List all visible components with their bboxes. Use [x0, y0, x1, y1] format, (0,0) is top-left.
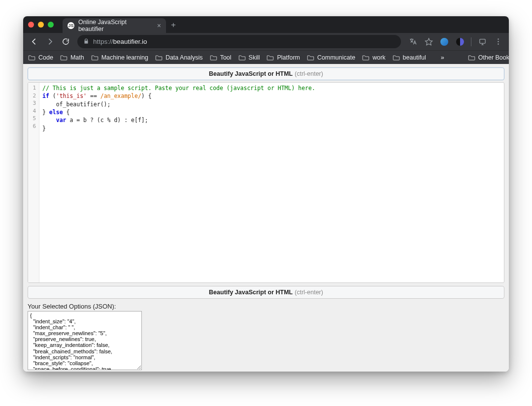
back-button[interactable]: [27, 35, 41, 49]
bookmark-folder[interactable]: work: [362, 54, 385, 61]
bookmark-folder[interactable]: Tool: [210, 54, 232, 61]
page-content: Beautify JavaScript or HTML (ctrl-enter)…: [23, 64, 509, 372]
tab-title: Online JavaScript beautifier: [78, 19, 153, 32]
new-tab-button[interactable]: +: [171, 21, 176, 29]
folder-icon: [307, 55, 314, 60]
bookmark-folder[interactable]: beautiful: [393, 54, 426, 61]
folder-icon: [155, 55, 163, 60]
folder-icon: [266, 55, 274, 60]
bookmark-folder[interactable]: Data Analysis: [155, 54, 203, 61]
options-label: Your Selected Options (JSON):: [28, 303, 504, 310]
reload-button[interactable]: [59, 35, 72, 49]
window-minimize-button[interactable]: [38, 22, 44, 28]
beautify-button-bottom[interactable]: Beautify JavaScript or HTML (ctrl-enter): [28, 286, 504, 299]
browser-tab[interactable]: JS Online JavaScript beautifier ×: [63, 18, 166, 33]
folder-icon: [362, 55, 369, 60]
tab-bar: JS Online JavaScript beautifier × +: [23, 16, 509, 33]
extension-2[interactable]: [453, 35, 467, 49]
beautify-shortcut: (ctrl-enter): [295, 70, 323, 77]
beautify-label: Beautify JavaScript or HTML: [209, 70, 293, 77]
folder-icon: [60, 55, 67, 60]
toolbar: https://beautifier.io: [23, 33, 509, 50]
svg-point-2: [498, 38, 499, 39]
star-icon[interactable]: [422, 35, 435, 49]
profile-icon[interactable]: [475, 35, 489, 49]
folder-icon: [210, 55, 217, 60]
translate-icon[interactable]: [406, 35, 420, 49]
folder-icon: [28, 55, 35, 60]
tab-favicon: JS: [67, 22, 74, 29]
svg-rect-1: [479, 39, 485, 44]
browser-window: JS Online JavaScript beautifier × + http…: [23, 16, 509, 372]
window-close-button[interactable]: [28, 22, 34, 28]
tab-close-button[interactable]: ×: [157, 22, 161, 29]
folder-icon: [91, 55, 99, 60]
beautify-label: Beautify JavaScript or HTML: [209, 289, 293, 296]
bookmarks-bar: Code Math Machine learning Data Analysis…: [23, 50, 509, 64]
lock-icon: [83, 38, 89, 46]
code-content[interactable]: // This is just a sample script. Paste y…: [39, 83, 504, 282]
code-editor[interactable]: 123456 // This is just a sample script. …: [28, 82, 504, 283]
menu-button[interactable]: [491, 35, 505, 49]
folder-icon: [238, 55, 246, 60]
bookmark-folder[interactable]: Math: [60, 54, 84, 61]
options-textarea[interactable]: [28, 311, 142, 370]
bookmark-folder[interactable]: Communicate: [307, 54, 355, 61]
window-maximize-button[interactable]: [48, 22, 54, 28]
beautify-button-top[interactable]: Beautify JavaScript or HTML (ctrl-enter): [28, 67, 504, 80]
toolbar-separator: [471, 37, 471, 46]
other-bookmarks[interactable]: Other Bookmarks: [468, 54, 509, 61]
window-controls: [28, 22, 54, 28]
bookmark-folder[interactable]: Skill: [238, 54, 260, 61]
bookmarks-overflow[interactable]: »: [441, 54, 444, 61]
folder-icon: [468, 55, 475, 60]
bookmark-folder[interactable]: Platform: [266, 54, 300, 61]
line-numbers: 123456: [28, 83, 39, 282]
svg-marker-0: [425, 38, 432, 45]
folder-icon: [393, 55, 400, 60]
address-bar[interactable]: https://beautifier.io: [77, 35, 401, 48]
svg-point-3: [498, 41, 499, 42]
bookmark-folder[interactable]: Machine learning: [91, 54, 148, 61]
bookmark-folder[interactable]: Code: [28, 54, 53, 61]
url-text: https://beautifier.io: [93, 38, 147, 45]
extension-1[interactable]: [437, 35, 451, 49]
forward-button[interactable]: [43, 35, 57, 49]
svg-point-4: [498, 43, 499, 44]
beautify-shortcut: (ctrl-enter): [295, 289, 323, 296]
